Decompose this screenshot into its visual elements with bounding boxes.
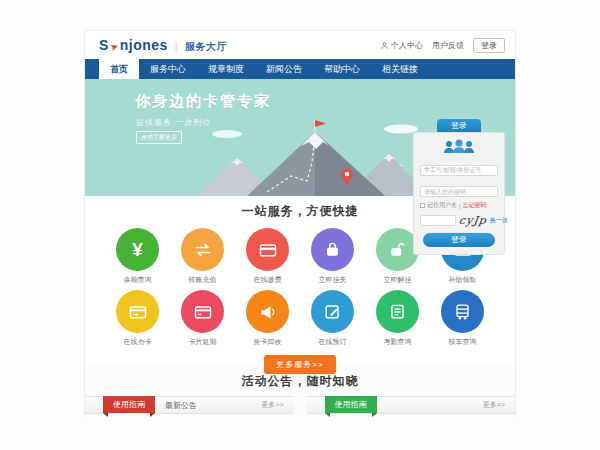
hero-cta-button[interactable]: 点击了解更多 — [136, 131, 182, 144]
captcha-image[interactable]: cyJp — [458, 214, 488, 227]
top-header: S ➤ njones | 服务大厅 个人中心 用户反馈 登录 — [85, 31, 515, 59]
balance-circle[interactable]: ¥ — [116, 228, 159, 271]
school-bus-circle[interactable] — [441, 290, 484, 333]
personal-center-link[interactable]: 个人中心 — [380, 40, 423, 51]
remember-label: 记住用户名 — [427, 201, 457, 210]
service-item-school-bus[interactable]: 校车查询 — [430, 285, 495, 347]
logo[interactable]: S ➤ njones | 服务大厅 — [99, 37, 227, 54]
guide-panel-left: 使用指南 最新公告 更多>> — [85, 396, 294, 414]
service-item-pay[interactable]: 在线缴费 — [235, 223, 300, 285]
main-nav: 首页 服务中心 规章制度 新闻公告 帮助中心 相关链接 — [85, 59, 515, 79]
nav-item-links[interactable]: 相关链接 — [371, 59, 429, 79]
apply-card-circle[interactable] — [116, 290, 159, 333]
guide-panel-right: 使用指南 更多>> — [307, 396, 516, 414]
logo-rest: njones — [120, 37, 168, 53]
user-icon — [380, 41, 389, 50]
service-item-card-renewal[interactable]: 卡片延期 — [170, 285, 235, 347]
card-icon — [128, 302, 148, 322]
portal-page: S ➤ njones | 服务大厅 个人中心 用户反馈 登录 首页 服务中心 规… — [84, 30, 516, 418]
captcha-refresh-link[interactable]: 换一张 — [490, 216, 508, 225]
service-item-transfer[interactable]: 转账充值 — [170, 223, 235, 285]
login-panel: 登录 记住用户名 | 忘记密码 — [413, 119, 505, 255]
service-label: 校车查询 — [449, 337, 477, 347]
remember-row: 记住用户名 | 忘记密码 — [420, 201, 498, 210]
service-item-attendance[interactable]: 考勤查询 — [365, 285, 430, 347]
lock-icon — [323, 240, 342, 259]
more-link-left[interactable]: 更多>> — [261, 400, 283, 410]
captcha-row: cyJp 换一张 — [420, 214, 498, 227]
unlock-icon — [388, 240, 407, 259]
service-label: 在线办卡 — [124, 337, 152, 347]
service-label: 转账充值 — [189, 275, 217, 285]
service-item-online-booking[interactable]: 在线预订 — [300, 285, 365, 347]
login-submit-button[interactable]: 登录 — [423, 233, 495, 247]
bus-icon — [453, 302, 472, 321]
found-card-circle[interactable] — [246, 290, 289, 333]
more-link-right[interactable]: 更多>> — [483, 400, 505, 410]
credit-card-icon — [258, 240, 278, 260]
transfer-arrows-icon — [193, 240, 213, 260]
service-label: 立即挂失 — [319, 275, 347, 285]
separator: | — [459, 203, 461, 209]
hero-subtitle: 提供服务 一步到位 — [136, 117, 211, 128]
hero-banner: 你身边的卡管专家 提供服务 一步到位 点击了解更多 登录 — [85, 79, 515, 196]
usage-guide-tab-red[interactable]: 使用指南 — [103, 396, 155, 413]
users-icon — [443, 139, 475, 154]
list-icon — [388, 302, 407, 321]
password-input[interactable] — [420, 186, 498, 197]
service-item-apply-card[interactable]: 在线办卡 — [105, 285, 170, 347]
user-feedback-link[interactable]: 用户反馈 — [432, 40, 464, 51]
yen-icon: ¥ — [132, 239, 143, 261]
nav-item-home[interactable]: 首页 — [99, 59, 139, 79]
login-card: 记住用户名 | 忘记密码 cyJp 换一张 登录 — [413, 132, 505, 255]
attendance-circle[interactable] — [376, 290, 419, 333]
service-label: 余额查询 — [124, 275, 152, 285]
service-item-report-loss[interactable]: 立即挂失 — [300, 223, 365, 285]
card-renewal-circle[interactable] — [181, 290, 224, 333]
edit-pencil-icon — [323, 302, 342, 321]
service-label: 补助领取 — [449, 275, 477, 285]
hero-title: 你身边的卡管专家 — [135, 92, 271, 111]
forgot-password-link[interactable]: 忘记密码 — [463, 201, 487, 210]
announcements-section: 活动公告，随时知晓 使用指南 最新公告 更多>> 使用指南 更多>> — [85, 366, 515, 419]
report-loss-circle[interactable] — [311, 228, 354, 271]
transfer-circle[interactable] — [181, 228, 224, 271]
header-login-button[interactable]: 登录 — [473, 38, 505, 53]
online-booking-circle[interactable] — [311, 290, 354, 333]
pay-circle[interactable] — [246, 228, 289, 271]
logo-divider: | — [175, 41, 178, 52]
captcha-input[interactable] — [420, 215, 456, 226]
service-label: 在线缴费 — [254, 275, 282, 285]
username-input[interactable] — [420, 165, 498, 176]
nav-item-news[interactable]: 新闻公告 — [255, 59, 313, 79]
service-item-found-card[interactable]: 捡卡回收 — [235, 285, 300, 347]
service-label: 考勤查询 — [384, 337, 412, 347]
personal-center-label: 个人中心 — [391, 40, 423, 51]
service-label: 立即解挂 — [384, 275, 412, 285]
service-label: 在线预订 — [319, 337, 347, 347]
service-label: 卡片延期 — [189, 337, 217, 347]
login-tab[interactable]: 登录 — [437, 119, 481, 132]
latest-announcements-tab[interactable]: 最新公告 — [165, 400, 197, 411]
service-label: 捡卡回收 — [254, 337, 282, 347]
product-name: 服务大厅 — [185, 40, 227, 54]
mountain-illustration — [195, 116, 430, 196]
feedback-label: 用户反馈 — [432, 40, 464, 51]
service-item-balance[interactable]: ¥ 余额查询 — [105, 223, 170, 285]
announcement-bars: 使用指南 最新公告 更多>> 使用指南 更多>> — [85, 390, 515, 414]
logo-s: S — [99, 37, 109, 53]
remember-checkbox[interactable] — [420, 203, 425, 208]
more-services-button[interactable]: 更多服务>> — [264, 355, 335, 374]
nav-item-rules[interactable]: 规章制度 — [197, 59, 255, 79]
header-right: 个人中心 用户反馈 登录 — [380, 38, 505, 53]
usage-guide-tab-green[interactable]: 使用指南 — [325, 396, 377, 413]
logo-arrow-icon: ➤ — [108, 39, 120, 52]
nav-item-help[interactable]: 帮助中心 — [313, 59, 371, 79]
card-clock-icon — [193, 302, 213, 322]
nav-item-service-center[interactable]: 服务中心 — [139, 59, 197, 79]
megaphone-icon — [258, 302, 278, 322]
